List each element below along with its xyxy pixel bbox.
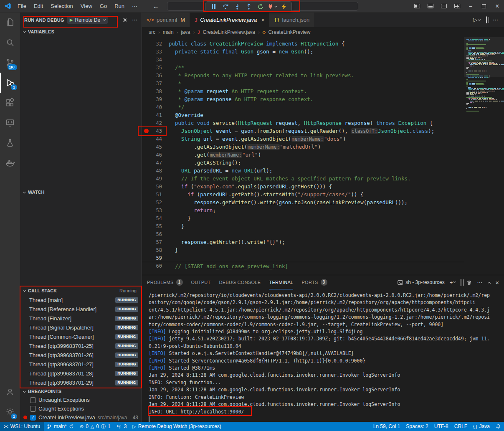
menu-overflow[interactable]: ···: [128, 0, 141, 13]
indentation-item[interactable]: Spaces: 2: [403, 422, 431, 431]
callstack-thread-row[interactable]: Thread [Reference Handler]RUNNING: [20, 304, 142, 314]
eol-item[interactable]: CRLF: [451, 422, 470, 431]
code-line[interactable]: 60 // [START add_ons_case_preview_link]: [142, 262, 504, 270]
go-back-icon[interactable]: ←: [153, 3, 159, 10]
code-line[interactable]: 51 if (parsedURL.getPath().startsWith("/…: [142, 190, 504, 198]
minimap[interactable]: [464, 37, 504, 275]
tab-launch-json[interactable]: {} launch.json: [269, 13, 314, 27]
restart-icon[interactable]: [255, 2, 266, 11]
disconnect-icon[interactable]: [266, 2, 278, 11]
tab-createlinkpreview-java[interactable]: J CreateLinkPreview.java ×: [190, 13, 269, 27]
menu-edit[interactable]: Edit: [30, 0, 47, 13]
breakpoint-row-file[interactable]: ✓ CreateLinkPreview.java src/main/java 4…: [20, 413, 142, 422]
testing-icon[interactable]: [0, 133, 20, 153]
callstack-thread-row[interactable]: Thread [qtp399683701-26]RUNNING: [20, 350, 142, 360]
split-terminal-icon[interactable]: [461, 279, 461, 286]
settings-gear-icon[interactable]: 1: [0, 402, 20, 422]
code-line[interactable]: 57 response.getWriter().write("{}");: [142, 238, 504, 246]
remote-indicator[interactable]: >< WSL: Ubuntu: [0, 422, 44, 431]
toggle-panel-icon[interactable]: [424, 0, 437, 13]
code-line[interactable]: 56: [142, 230, 504, 238]
problems-summary-item[interactable]: ⊘ 0 △ 0 ⓘ 1: [77, 422, 114, 431]
code-line[interactable]: 58 }: [142, 246, 504, 254]
extensions-icon[interactable]: [0, 93, 20, 113]
callstack-thread-row[interactable]: Thread [Signal Dispatcher]RUNNING: [20, 323, 142, 332]
code-line[interactable]: 48 URL parsedURL = new URL(url);: [142, 167, 504, 175]
kill-terminal-icon[interactable]: [466, 280, 472, 285]
breakpoint-row-uncaught[interactable]: Uncaught Exceptions: [20, 396, 142, 404]
callstack-thread-row[interactable]: Thread [qtp399683701-25]RUNNING: [20, 341, 142, 350]
breadcrumb-symbol[interactable]: CreateLinkPreview: [268, 29, 311, 35]
terminal-output[interactable]: /pierrick/.m2/repository/io/cloudevents/…: [142, 289, 504, 422]
cursor-position-item[interactable]: Ln 59, Col 1: [370, 422, 403, 431]
callstack-thread-row[interactable]: Thread [Common-Cleaner]RUNNING: [20, 332, 142, 341]
code-line[interactable]: 49 // If the event object URL matches a …: [142, 175, 504, 183]
step-over-icon[interactable]: [220, 2, 231, 11]
step-into-icon[interactable]: [231, 2, 243, 11]
call-stack-section-header[interactable]: CALL STACK Running: [20, 286, 142, 295]
close-tab-icon[interactable]: ×: [261, 17, 264, 23]
run-java-icon[interactable]: ▷: [473, 17, 480, 23]
code-line[interactable]: 44 String url = event.getAsJsonObject(me…: [142, 135, 504, 143]
remote-explorer-icon[interactable]: [0, 113, 20, 133]
code-line[interactable]: 35 /**: [142, 63, 504, 71]
tab-pom-xml[interactable]: </> pom.xml M: [142, 13, 190, 27]
toggle-primary-sidebar-icon[interactable]: [410, 0, 424, 13]
pause-icon[interactable]: [208, 2, 219, 11]
code-line[interactable]: 53 return;: [142, 206, 504, 214]
sidebar-more-actions-icon[interactable]: ⋯: [132, 17, 137, 23]
maximize-icon[interactable]: [477, 0, 491, 13]
close-panel-icon[interactable]: ×: [495, 279, 499, 286]
breadcrumb-main[interactable]: main: [163, 29, 174, 35]
hot-code-replace-icon[interactable]: [278, 2, 289, 11]
code-line[interactable]: 50 if ("example.com".equals(parsedURL.ge…: [142, 183, 504, 190]
split-editor-icon[interactable]: [486, 17, 487, 23]
code-line[interactable]: 43 JsonObject event = gson.fromJson(requ…: [142, 127, 504, 135]
tab-ports[interactable]: PORTS 3: [301, 275, 327, 289]
code-line[interactable]: 55 }: [142, 222, 504, 230]
checkbox-unchecked[interactable]: [30, 397, 36, 403]
customize-layout-icon[interactable]: [451, 0, 464, 13]
breadcrumb-src[interactable]: src: [149, 29, 155, 35]
menu-run[interactable]: Run: [111, 0, 128, 13]
menu-go[interactable]: Go: [96, 0, 111, 13]
maximize-panel-icon[interactable]: [487, 279, 490, 286]
tab-output[interactable]: OUTPUT: [191, 275, 211, 289]
notifications-bell-icon[interactable]: [493, 422, 504, 431]
code-line[interactable]: 45 .getAsJsonObject(memberName:"matchedU…: [142, 143, 504, 151]
callstack-thread-row[interactable]: Thread [qtp399683701-28]RUNNING: [20, 369, 142, 378]
code-line[interactable]: 42 public void service(HttpRequest reque…: [142, 119, 504, 127]
tab-terminal[interactable]: TERMINAL: [269, 275, 293, 289]
search-icon[interactable]: [0, 33, 20, 53]
code-line[interactable]: 36 * Responds to any HTTP request relate…: [142, 71, 504, 79]
encoding-item[interactable]: UTF-8: [431, 422, 451, 431]
callstack-thread-row[interactable]: Thread [main]RUNNING: [20, 295, 142, 304]
callstack-thread-row[interactable]: Thread [qtp399683701-29]RUNNING: [20, 378, 142, 387]
accounts-icon[interactable]: [0, 382, 20, 402]
terminal-selector[interactable]: sh - 3p-resources: [398, 279, 444, 285]
code-line[interactable]: 34: [142, 56, 504, 63]
code-line[interactable]: 39 * @param response An HTTP response co…: [142, 95, 504, 103]
tab-debug-console[interactable]: DEBUG CONSOLE: [219, 275, 261, 289]
code-line[interactable]: 38 * @param request An HTTP request cont…: [142, 87, 504, 95]
breadcrumb-java[interactable]: java: [181, 29, 190, 35]
tab-problems[interactable]: PROBLEMS 1: [147, 275, 183, 289]
menu-selection[interactable]: Selection: [47, 0, 76, 13]
run-and-debug-icon[interactable]: 1: [0, 73, 20, 93]
docker-icon[interactable]: [0, 153, 20, 173]
menu-file[interactable]: File: [14, 0, 30, 13]
close-window-icon[interactable]: ×: [491, 0, 504, 13]
breakpoint-dot[interactable]: [142, 129, 150, 133]
debug-session-item[interactable]: ▷ Remote Debug Watch (3p-resources): [129, 422, 224, 431]
callstack-thread-row[interactable]: Thread [qtp399683701-27]RUNNING: [20, 360, 142, 369]
code-line[interactable]: 40 */: [142, 103, 504, 111]
forwarded-ports-item[interactable]: 3: [114, 422, 130, 431]
callstack-thread-row[interactable]: Thread [Finalizer]RUNNING: [20, 314, 142, 323]
breakpoint-row-caught[interactable]: Caught Exceptions: [20, 404, 142, 413]
watch-section-header[interactable]: WATCH: [20, 188, 142, 197]
variables-section-header[interactable]: VARIABLES: [20, 27, 142, 36]
new-terminal-icon[interactable]: +: [450, 279, 456, 286]
start-debug-config-button[interactable]: ▶ Remote De: [67, 16, 108, 24]
breakpoints-section-header[interactable]: BREAKPOINTS: [20, 387, 142, 396]
step-out-icon[interactable]: [243, 2, 254, 11]
